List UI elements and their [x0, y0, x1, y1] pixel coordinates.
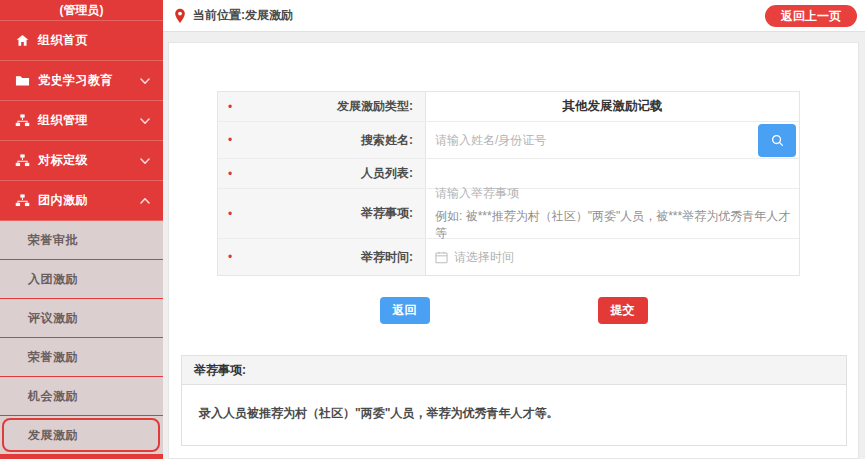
required-asterisk: • — [228, 101, 232, 113]
chevron-down-icon — [139, 75, 151, 87]
sidebar-item-benchmark-rating[interactable]: 对标定级 — [0, 141, 163, 181]
search-name-input[interactable] — [426, 133, 799, 147]
submenu-item-label: 荣誉激励 — [28, 350, 78, 364]
form-value-cell: 请输入举荐事项 例如: 被***推荐为村（社区）"两委"人员，被***举荐为优秀… — [426, 189, 799, 238]
chevron-up-icon — [139, 195, 151, 207]
recommend-item-note-box: 举荐事项: 录入人员被推荐为村（社区）"两委"人员，举荐为优秀青年人才等。 — [181, 355, 847, 446]
home-icon — [15, 33, 30, 48]
required-asterisk: • — [228, 168, 232, 180]
location-pin-icon — [173, 8, 187, 24]
breadcrumb: 当前位置:发展激励 — [193, 7, 293, 24]
submenu-item-label: 荣誉审批 — [28, 233, 78, 247]
form-value-cell — [426, 122, 799, 158]
submenu-item-honor-approval[interactable]: 荣誉审批 — [0, 221, 163, 260]
incentive-type-value: 其他发展激励记载 — [426, 98, 799, 115]
submit-button[interactable]: 提交 — [598, 297, 648, 324]
form-value-cell: 请选择时间 — [426, 239, 799, 275]
return-previous-page-button[interactable]: 返回上一页 — [765, 5, 857, 27]
sidebar-submenu: 荣誉审批 入团激励 评议激励 荣誉激励 机会激励 发展激励 — [0, 221, 163, 455]
sidebar-item-label: 对标定级 — [38, 152, 139, 169]
field-label: 发展激励类型: — [337, 98, 413, 115]
submenu-item-label: 入团激励 — [28, 272, 78, 286]
field-label: 搜索姓名: — [361, 132, 413, 149]
submenu-item-label: 发展激励 — [28, 428, 78, 442]
submenu-item-join-league-incentive[interactable]: 入团激励 — [0, 260, 163, 299]
back-button[interactable]: 返回 — [380, 297, 430, 324]
recommend-time-date-picker[interactable]: 请选择时间 — [426, 249, 514, 266]
sidebar-item-party-history-study[interactable]: 党史学习教育 — [0, 61, 163, 101]
submenu-item-label: 评议激励 — [28, 311, 78, 325]
topbar: 当前位置:发展激励 返回上一页 — [163, 0, 865, 32]
sidebar: (管理员) 组织首页 党史学习教育 组织管理 对标定级 — [0, 0, 163, 459]
form-row-recommend-time: • 举荐时间: 请选择时间 — [218, 239, 799, 275]
chevron-down-icon — [139, 155, 151, 167]
search-button[interactable] — [758, 124, 796, 157]
form-label-cell: • 发展激励类型: — [218, 92, 426, 121]
submenu-item-development-incentive[interactable]: 发展激励 — [0, 416, 163, 455]
sidebar-item-label: 组织首页 — [38, 32, 151, 49]
sitemap-icon — [15, 153, 30, 168]
admin-role-label: (管理员) — [0, 0, 163, 21]
sidebar-item-label: 组织管理 — [38, 112, 139, 129]
note-body-text: 录入人员被推荐为村（社区）"两委"人员，举荐为优秀青年人才等。 — [182, 385, 846, 445]
sidebar-item-league-incentive[interactable]: 团内激励 — [0, 181, 163, 221]
field-label: 举荐时间: — [361, 249, 413, 266]
sitemap-icon — [15, 193, 30, 208]
field-label: 举荐事项: — [361, 205, 413, 222]
submenu-item-review-incentive[interactable]: 评议激励 — [0, 299, 163, 338]
sidebar-item-org-home[interactable]: 组织首页 — [0, 21, 163, 61]
recommend-item-example-hint: 例如: 被***推荐为村（社区）"两委"人员，被***举荐为优秀青年人才等 — [435, 208, 799, 242]
folder-icon — [15, 73, 30, 88]
recommend-item-textarea[interactable]: 请输入举荐事项 — [435, 185, 519, 202]
form-row-search-name: • 搜索姓名: — [218, 122, 799, 159]
required-asterisk: • — [228, 251, 232, 263]
form-label-cell: • 人员列表: — [218, 159, 426, 188]
submenu-item-label: 机会激励 — [28, 389, 78, 403]
development-incentive-form: • 发展激励类型: 其他发展激励记载 • 搜索姓名: — [217, 91, 800, 276]
search-icon — [770, 133, 785, 148]
form-label-cell: • 搜索姓名: — [218, 122, 426, 158]
chevron-down-icon — [139, 115, 151, 127]
date-placeholder: 请选择时间 — [454, 249, 514, 266]
selected-item-highlight — [2, 418, 160, 452]
form-actions: 返回 提交 — [169, 297, 858, 324]
note-title: 举荐事项: — [182, 356, 846, 385]
required-asterisk: • — [228, 208, 232, 220]
required-asterisk: • — [228, 134, 232, 146]
form-row-incentive-type: • 发展激励类型: 其他发展激励记载 — [218, 92, 799, 122]
sidebar-item-label: 团内激励 — [38, 192, 139, 209]
form-label-cell: • 举荐事项: — [218, 189, 426, 238]
submenu-item-honor-incentive[interactable]: 荣誉激励 — [0, 338, 163, 377]
field-label: 人员列表: — [361, 165, 413, 182]
form-label-cell: • 举荐时间: — [218, 239, 426, 275]
submenu-item-opportunity-incentive[interactable]: 机会激励 — [0, 377, 163, 416]
sidebar-item-label: 党史学习教育 — [38, 72, 139, 89]
form-row-recommend-item: • 举荐事项: 请输入举荐事项 例如: 被***推荐为村（社区）"两委"人员，被… — [218, 189, 799, 239]
person-list-value-cell — [426, 159, 799, 188]
form-value-cell: 其他发展激励记载 — [426, 92, 799, 121]
sitemap-icon — [15, 113, 30, 128]
calendar-icon — [435, 251, 448, 264]
main-panel: • 发展激励类型: 其他发展激励记载 • 搜索姓名: — [168, 42, 859, 459]
sidebar-item-org-management[interactable]: 组织管理 — [0, 101, 163, 141]
